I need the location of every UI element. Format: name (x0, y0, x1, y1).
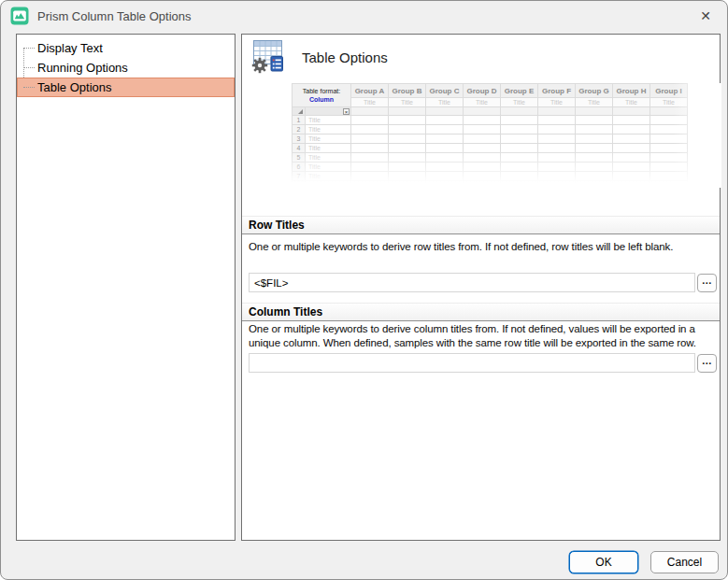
sidebar-item-table-options[interactable]: Table Options (17, 78, 235, 97)
preview-group-header: Group B (389, 84, 426, 98)
preview-group-subtitle: Title (576, 98, 613, 107)
preview-group-header: Group C (426, 84, 464, 98)
preview-row-title: Title (306, 134, 351, 144)
preview-group-header: Group A (351, 84, 389, 98)
preview-cell (389, 125, 426, 134)
preview-cell (426, 116, 464, 125)
preview-cell (351, 125, 389, 134)
preview-cell (613, 125, 650, 134)
preview-cell (576, 107, 613, 116)
close-icon[interactable]: ✕ (684, 1, 727, 30)
row-titles-input[interactable] (249, 273, 695, 292)
column-titles-input-row: ... (249, 353, 717, 373)
preview-corner-cell: Table format: Column (293, 84, 351, 107)
sidebar-item-running-options[interactable]: Running Options (17, 58, 235, 78)
column-titles-description: One or multiple keywords to derive colum… (249, 322, 715, 348)
preview-cell (501, 134, 538, 144)
page-header: Table Options (251, 39, 388, 75)
preview-group-subtitle: Title (464, 98, 501, 107)
options-tree: Display Text Running Options Table Optio… (17, 35, 235, 97)
preview-cell (351, 107, 389, 116)
preview-cell (576, 134, 613, 144)
column-titles-browse-button[interactable]: ... (697, 354, 717, 373)
corner-triangle-icon (298, 109, 303, 114)
preview-data-row: 2Title (293, 125, 688, 134)
sidebar: Display Text Running Options Table Optio… (16, 34, 236, 541)
row-titles-description: One or multiple keywords to derive row t… (249, 240, 715, 255)
preview-cell (613, 134, 650, 144)
preview-group-subtitle: Title (426, 98, 464, 107)
preview-cell (426, 134, 464, 144)
preview-row-number: 3 (293, 134, 306, 144)
preview-cell (501, 116, 538, 125)
preview-cell (426, 125, 464, 134)
window-title: Prism Column Table Options (37, 9, 192, 23)
preview-exclude-row: × (293, 107, 688, 116)
preview-group-header: Group E (501, 84, 538, 98)
preview-subtitle-row: TitleTitleTitleTitleTitleTitleTitleTitle… (293, 98, 688, 107)
preview-cell (501, 125, 538, 134)
preview-row-title: Title (306, 125, 351, 134)
sidebar-item-display-text[interactable]: Display Text (17, 38, 235, 58)
preview-data-row: 3Title (293, 134, 688, 144)
table-options-icon (251, 39, 287, 75)
preview-group-header: Group H (613, 84, 650, 98)
preview-cell (351, 134, 389, 144)
row-titles-browse-button[interactable]: ... (697, 274, 717, 292)
gear-icon (252, 58, 267, 73)
table-preview: Table format: Column Group AGroup BGroup… (292, 83, 721, 188)
preview-cell (538, 125, 576, 134)
main-panel: Table Options Table format: Column Group… (241, 34, 721, 541)
preview-cell (538, 134, 576, 144)
preview-group-subtitle: Title (538, 98, 576, 107)
preview-cell (613, 116, 650, 125)
preview-group-subtitle: Title (389, 98, 426, 107)
preview-row-number: 2 (293, 125, 306, 134)
preview-cell (351, 116, 389, 125)
preview-cell (464, 116, 501, 125)
preview-cell (576, 125, 613, 134)
preview-cell (576, 116, 613, 125)
preview-data-row: 1Title (293, 116, 688, 125)
row-titles-input-row: ... (249, 273, 717, 292)
preview-group-row: Table format: Column Group AGroup BGroup… (293, 84, 688, 98)
preview-cell (538, 107, 576, 116)
preview-row-title: Title (306, 116, 351, 125)
preview-group-header: Group F (538, 84, 576, 98)
preview-row-number: 1 (293, 116, 306, 125)
preview-cell (389, 116, 426, 125)
preview-group-header: Group D (464, 84, 501, 98)
preview-group-header: Group G (576, 84, 613, 98)
preview-select-all-cell (293, 107, 306, 116)
list-form-icon (271, 57, 283, 72)
preview-group-subtitle: Title (613, 98, 650, 107)
dialog-window: Prism Column Table Options ✕ Display Tex… (0, 0, 728, 580)
preview-group-subtitle: Title (351, 98, 389, 107)
ok-button[interactable]: OK (569, 551, 638, 573)
page-title: Table Options (302, 50, 388, 65)
preview-cell (501, 107, 538, 116)
preview-bottom-fade (292, 149, 721, 188)
exclude-x-icon: × (343, 108, 350, 115)
prism-app-icon (10, 7, 29, 25)
preview-cell (389, 107, 426, 116)
column-titles-input[interactable] (249, 353, 695, 373)
preview-cell (613, 107, 650, 116)
preview-cell (538, 116, 576, 125)
preview-cell (464, 134, 501, 144)
preview-cell (464, 125, 501, 134)
preview-group-subtitle: Title (501, 98, 538, 107)
column-titles-section-header: Column Titles (242, 303, 720, 321)
preview-cell (389, 134, 426, 144)
preview-x-cell: × (306, 107, 351, 116)
title-bar: Prism Column Table Options ✕ (1, 1, 727, 31)
preview-cell (426, 107, 464, 116)
row-titles-section-header: Row Titles (242, 216, 720, 234)
cancel-button[interactable]: Cancel (650, 551, 719, 573)
preview-cell (464, 107, 501, 116)
